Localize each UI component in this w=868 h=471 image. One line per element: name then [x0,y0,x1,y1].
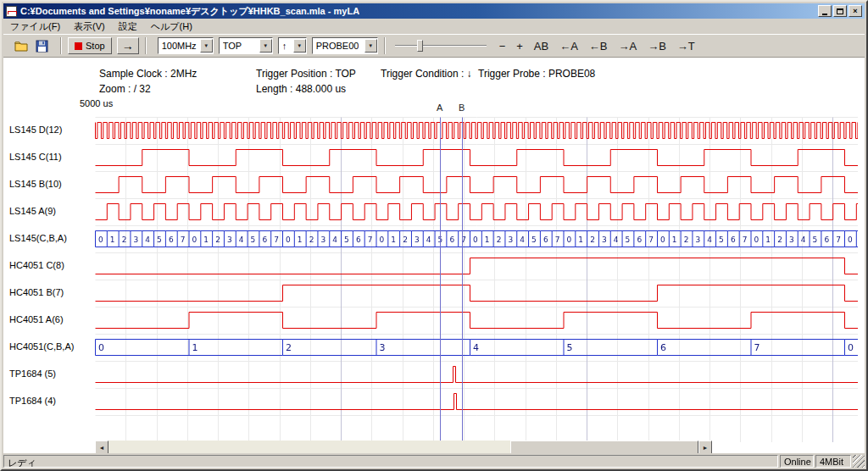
trigger-probe-select[interactable]: PROBE00 ▼ [312,37,378,54]
scroll-right-button[interactable]: ► [698,441,712,454]
open-file-button[interactable] [14,38,29,53]
scrollbar-track[interactable] [108,441,698,454]
menu-bar: ファイル(F)表示(V)設定ヘルプ(H) [3,19,865,34]
zoom-slider-track [395,45,487,47]
nav-button-3[interactable]: ←A [555,39,582,53]
close-icon: × [853,7,857,15]
chevron-down-icon[interactable]: ▼ [293,39,306,53]
trigger-probe-info: Trigger Probe : PROBE08 [478,68,595,80]
app-window: C:¥Documents and Settings¥noname¥デスクトップ¥… [0,0,868,471]
resize-grip[interactable] [853,455,865,468]
maximize-button[interactable] [833,5,847,17]
toolbar: Stop → 100MHz ▼ TOP ▼ ↑ ▼ PROBE00 ▼ −+AB… [3,34,865,58]
menu-item-1[interactable]: 表示(V) [67,19,112,35]
nav-button-4[interactable]: ←B [585,39,612,53]
menu-item-0[interactable]: ファイル(F) [3,19,67,35]
chevron-down-icon[interactable]: ▼ [200,39,213,53]
channel-label: TP1684 (4) [9,396,56,406]
nav-button-7[interactable]: →T [673,39,699,53]
trigger-probe-value: PROBE00 [316,41,359,51]
channel-label: LS145(C,B,A) [9,233,67,243]
toolbar-separator [384,37,386,54]
channel-label: LS145 D(12) [9,125,62,135]
status-memory: 4MBit [815,455,851,468]
marker-a-label[interactable]: A [437,103,442,113]
open-folder-icon [14,40,28,52]
scroll-left-icon: ◄ [99,445,105,451]
minimize-button[interactable] [818,5,832,17]
time-scale-label: 5000 us [80,98,113,108]
floppy-disk-icon [36,40,48,53]
nav-button-6[interactable]: →B [643,39,670,53]
channel-label: LS145 A(9) [9,206,56,216]
stop-icon [75,42,82,50]
title-bar[interactable]: C:¥Documents and Settings¥noname¥デスクトップ¥… [3,3,865,19]
trigger-condition-info: Trigger Condition : ↓ [381,68,472,80]
toolbar-separator [145,37,147,54]
menu-item-3[interactable]: ヘルプ(H) [144,19,199,35]
nav-button-5[interactable]: →A [615,39,642,53]
waveform-canvas[interactable] [95,117,858,442]
channel-label: HC4051 C(8) [9,260,64,270]
sample-clock-info: Sample Clock : 2MHz [99,68,197,80]
save-file-button[interactable] [34,38,49,53]
toolbar-separator [60,37,62,54]
chevron-down-icon[interactable]: ▼ [259,39,272,53]
length-info: Length : 488.000 us [256,83,346,95]
nav-button-2[interactable]: AB [530,39,553,53]
nav-buttons: −+AB←A←B→A→B→T [495,39,699,53]
minimize-icon [822,14,827,15]
app-icon [6,6,17,17]
chevron-down-icon[interactable]: ▼ [364,39,377,53]
main-client-area: Sample Clock : 2MHz Trigger Position : T… [3,58,865,455]
zoom-slider[interactable] [395,37,487,54]
stop-button[interactable]: Stop [68,37,112,54]
channel-label: TP1684 (5) [9,368,56,379]
close-button[interactable]: × [849,5,862,17]
trigger-position-select[interactable]: TOP ▼ [219,37,273,54]
channel-label: HC4051 A(6) [9,314,64,324]
channel-label: LS145 C(11) [9,152,62,162]
sample-clock-select[interactable]: 100MHz ▼ [158,37,214,54]
menu-item-2[interactable]: 設定 [112,19,144,35]
trigger-position-info: Trigger Position : TOP [256,68,356,80]
nav-button-0[interactable]: − [495,39,510,53]
zoom-slider-thumb[interactable] [417,40,423,52]
nav-button-1[interactable]: + [512,39,527,53]
scroll-right-icon: ► [703,445,709,451]
marker-b-label[interactable]: B [459,103,465,113]
status-bar: レディ Online 4MBit [3,453,865,468]
stop-button-label: Stop [86,41,105,51]
horizontal-scrollbar[interactable]: ◄ ► [95,441,712,454]
trigger-edge-select[interactable]: ↑ ▼ [278,37,307,54]
status-online: Online [780,455,814,468]
channel-label: HC4051(C,B,A) [9,341,74,352]
window-title: C:¥Documents and Settings¥noname¥デスクトップ¥… [20,5,359,18]
trigger-edge-value: ↑ [282,41,287,51]
channel-label: HC4051 B(7) [9,287,64,297]
channel-label: LS145 B(10) [9,179,62,189]
run-arrow-icon: → [122,39,134,53]
sample-clock-value: 100MHz [162,41,197,51]
maximize-icon [837,8,843,14]
zoom-info: Zoom : / 32 [99,83,151,95]
scroll-left-button[interactable]: ◄ [95,441,108,454]
trigger-position-value: TOP [223,41,242,51]
status-message: レディ [3,455,778,468]
run-button[interactable]: → [117,37,139,54]
scrollbar-thumb[interactable] [510,441,698,454]
